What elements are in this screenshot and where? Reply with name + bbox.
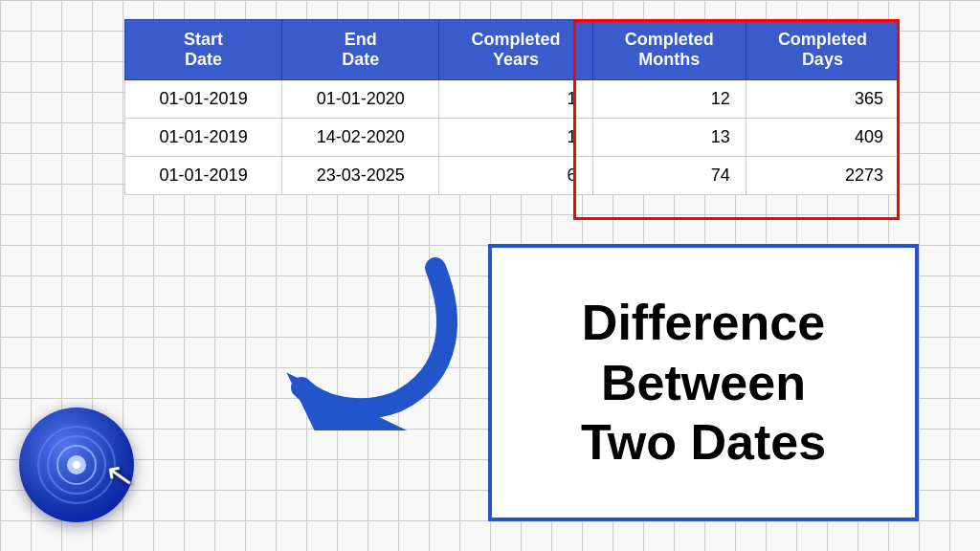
table-row: 01-01-2019 14-02-2020 1 13 409 (125, 119, 900, 157)
difference-line1: Difference (582, 295, 825, 350)
row1-years: 1 (439, 80, 592, 119)
difference-line2: Between (601, 355, 806, 410)
row2-days: 409 (746, 119, 899, 157)
difference-line3: Two Dates (581, 414, 826, 470)
col-header-end-date: EndDate (282, 20, 439, 80)
row1-months: 12 (592, 80, 746, 119)
row2-start: 01-01-2019 (125, 119, 282, 157)
svg-point-5 (73, 461, 80, 469)
col-header-completed-years: CompletedYears (439, 20, 592, 80)
row3-end: 23-03-2025 (282, 157, 439, 195)
col-header-completed-months: CompletedMonths (592, 20, 746, 80)
row1-end: 01-01-2020 (282, 80, 439, 119)
row1-start: 01-01-2019 (125, 80, 282, 119)
difference-text: Difference Between Two Dates (562, 283, 845, 481)
row3-start: 01-01-2019 (125, 157, 282, 195)
row3-days: 2273 (746, 157, 899, 195)
row3-months: 74 (592, 157, 746, 195)
difference-textbox: Difference Between Two Dates (488, 244, 919, 521)
col-header-start-date: StartDate (125, 20, 282, 80)
row1-days: 365 (746, 80, 899, 119)
curved-arrow-icon (282, 239, 474, 430)
table-row: 01-01-2019 23-03-2025 6 74 2273 (125, 157, 900, 195)
table-row: 01-01-2019 01-01-2020 1 12 365 (125, 80, 900, 119)
row2-end: 14-02-2020 (282, 119, 439, 157)
data-table: StartDate EndDate CompletedYears Complet… (124, 19, 900, 195)
main-content: StartDate EndDate CompletedYears Complet… (0, 0, 980, 551)
table-wrapper: StartDate EndDate CompletedYears Complet… (124, 19, 900, 195)
col-header-completed-days: CompletedDays (746, 20, 899, 80)
row2-years: 1 (439, 119, 592, 157)
row2-months: 13 (592, 119, 746, 157)
row3-years: 6 (439, 157, 592, 195)
arrow-container (282, 239, 474, 430)
